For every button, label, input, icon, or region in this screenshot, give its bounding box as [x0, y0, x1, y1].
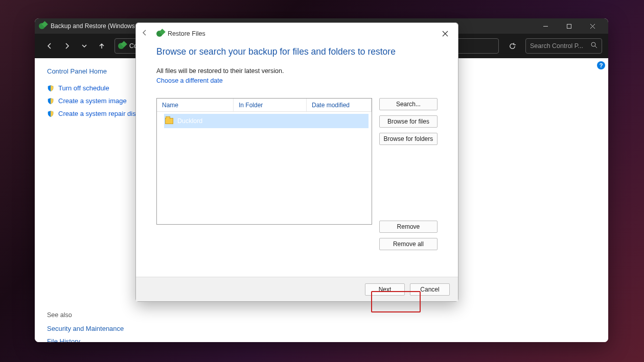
- sidebar-item-create-system-image[interactable]: Create a system image: [47, 97, 140, 105]
- see-also-file-history[interactable]: File History: [47, 337, 140, 342]
- dialog-close-button[interactable]: [438, 26, 453, 41]
- nav-back-button[interactable]: [41, 37, 58, 55]
- sidebar: Control Panel Home Turn off schedule Cre…: [35, 58, 140, 342]
- folder-icon: [165, 118, 173, 124]
- shield-icon: [47, 98, 54, 105]
- control-panel-home-link[interactable]: Control Panel Home: [47, 67, 140, 75]
- shield-icon: [47, 110, 54, 117]
- choose-date-link[interactable]: Choose a different date: [156, 77, 223, 84]
- svg-rect-1: [567, 24, 571, 28]
- remove-all-button[interactable]: Remove all: [379, 238, 438, 250]
- window-title: Backup and Restore (Windows 7): [51, 22, 142, 30]
- see-also-security[interactable]: Security and Maintenance: [47, 325, 140, 332]
- svg-point-4: [591, 42, 595, 46]
- minimize-button[interactable]: [534, 18, 557, 34]
- see-also-heading: See also: [47, 311, 140, 319]
- refresh-button[interactable]: [503, 38, 521, 54]
- shield-icon: [47, 85, 54, 92]
- dialog-back-button[interactable]: [141, 29, 151, 38]
- nav-forward-button[interactable]: [58, 37, 76, 55]
- nav-recent-button[interactable]: [76, 37, 93, 55]
- item-name: Ducklord: [177, 117, 237, 125]
- search-placeholder: Search Control P...: [530, 42, 583, 50]
- col-name[interactable]: Name: [157, 99, 234, 111]
- browse-folders-button[interactable]: Browse for folders: [379, 133, 438, 145]
- list-item[interactable]: Ducklord: [164, 114, 369, 128]
- next-button[interactable]: Next: [365, 283, 405, 296]
- file-list[interactable]: Name In Folder Date modified Ducklord: [156, 98, 372, 225]
- sidebar-item-label: Turn off schedule: [58, 84, 109, 92]
- nav-up-button[interactable]: [93, 37, 110, 55]
- dialog-heading: Browse or search your backup for files a…: [156, 46, 438, 57]
- col-in-folder[interactable]: In Folder: [234, 99, 307, 111]
- sidebar-item-turn-off-schedule[interactable]: Turn off schedule: [47, 84, 140, 92]
- dialog-footer: Next Cancel: [136, 277, 458, 301]
- restore-files-dialog: Restore Files Browse or search your back…: [135, 22, 458, 302]
- app-icon: [39, 22, 47, 30]
- remove-button[interactable]: Remove: [379, 221, 438, 233]
- svg-line-5: [595, 46, 597, 48]
- search-button[interactable]: Search...: [379, 98, 438, 110]
- dialog-title: Restore Files: [168, 30, 205, 37]
- close-button[interactable]: [581, 18, 604, 34]
- file-list-header: Name In Folder Date modified: [157, 99, 372, 112]
- search-input[interactable]: Search Control P...: [525, 38, 602, 54]
- sidebar-item-create-repair-disc[interactable]: Create a system repair disc: [47, 110, 140, 117]
- help-button[interactable]: ?: [597, 61, 605, 69]
- breadcrumb-icon: [118, 42, 126, 50]
- dialog-header: Restore Files: [136, 23, 458, 44]
- dialog-icon: [156, 30, 165, 38]
- dialog-subtext: All files will be restored to their late…: [156, 67, 438, 75]
- browse-files-button[interactable]: Browse for files: [379, 115, 438, 128]
- sidebar-item-label: Create a system image: [58, 97, 127, 105]
- cancel-button[interactable]: Cancel: [410, 283, 450, 296]
- maximize-button[interactable]: [557, 18, 581, 34]
- col-date-modified[interactable]: Date modified: [307, 99, 372, 111]
- search-icon: [591, 42, 597, 50]
- sidebar-item-label: Create a system repair disc: [58, 110, 139, 117]
